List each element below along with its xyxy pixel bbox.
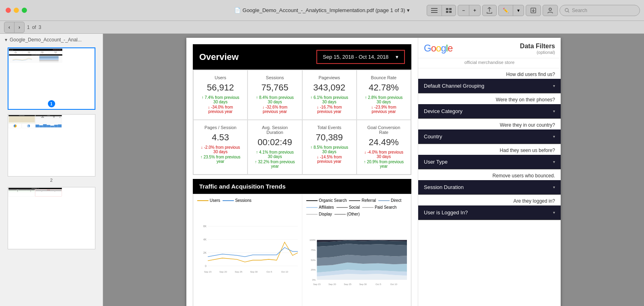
main-layout: ▾ Google_Demo_Account_-_Anal... Overview…: [0, 34, 644, 306]
legend-social: Social: [336, 205, 360, 209]
dropdown-chevron-icon[interactable]: ▾: [407, 7, 410, 13]
legend-users: Users: [197, 198, 220, 203]
close-button[interactable]: [6, 8, 11, 13]
filter-section-device: Were they on their phones? Device Catego…: [418, 94, 561, 119]
total-pages: 3: [39, 25, 41, 30]
svg-text:100%: 100%: [310, 239, 316, 241]
legend-paid-search: Paid Search: [362, 205, 396, 209]
stat-card-pageviews: Pageviews 343,092 ↑ 6.1% from previous 3…: [302, 70, 357, 120]
svg-rect-5: [446, 11, 448, 13]
stat-value-pageviews: 343,092: [309, 82, 350, 93]
area-chart-panel: Organic Search Referral Direct: [302, 194, 411, 306]
page3-thumbnail[interactable]: Custom Dimensions 1 - 10 DimensionValue …: [8, 187, 95, 249]
traffic-lights: [0, 8, 27, 13]
page1-thumbnail[interactable]: Overview Sep 15, 2018 - Oct 14, 2018 ▾ U…: [8, 47, 95, 110]
filter-dropdown-logged-in-label: User is Logged In?: [424, 209, 468, 216]
stat-card-goal-conversion: Goal Conversion Rate 24.49% ↓ -4.0% from…: [357, 120, 411, 175]
window-chrome: 📄 Google_Demo_Account_-_Analytics_Implem…: [0, 0, 644, 21]
zoom-in-button[interactable]: +: [469, 5, 480, 16]
svg-text:0%: 0%: [312, 279, 316, 281]
stat-label-bounce-rate: Bounce Rate: [363, 75, 404, 80]
chevron-down-icon: ▾: [553, 109, 555, 113]
layout-toggle-button[interactable]: [442, 5, 456, 16]
of-label: of: [32, 25, 36, 30]
maximize-button[interactable]: [22, 8, 27, 13]
minimize-button[interactable]: [14, 8, 19, 13]
svg-text:Sep 30: Sep 30: [359, 283, 367, 285]
next-page-button[interactable]: ›: [14, 22, 24, 33]
data-filters-title-block: Data Filters (optional): [520, 43, 555, 55]
legend-other: (Other): [334, 212, 360, 216]
sidebar-filename: Google_Demo_Account_-_Anal...: [10, 37, 82, 43]
svg-text:Oct 5: Oct 5: [266, 271, 272, 273]
pen-dropdown[interactable]: ▾: [513, 5, 524, 16]
stat-delta-goal-conversion: ↓ -4.0% from previous 30 days ↑ 20.9% fr…: [363, 150, 404, 168]
page2-number: 2: [3, 178, 99, 183]
prev-page-button[interactable]: ‹: [4, 22, 14, 33]
store-label: official merchandise store: [418, 58, 561, 68]
chevron-down-icon: ▾: [553, 84, 555, 88]
stat-delta-pages-session: ↓ -2.0% from previous 30 days ↑ 23.5% fr…: [200, 145, 241, 164]
filter-dropdown-logged-in[interactable]: User is Logged In? ▾: [418, 205, 561, 220]
page1-badge: 1: [48, 100, 55, 107]
stat-label-total-events: Total Events: [309, 125, 350, 130]
stat-delta-total-events: ↑ 8.5% from previous 30 days ↓ -14.5% fr…: [309, 145, 350, 164]
svg-text:Sep 25: Sep 25: [235, 271, 242, 273]
legend-direct: Direct: [378, 198, 401, 203]
person-button[interactable]: [543, 5, 558, 16]
charts-row: Users Sessions: [193, 194, 411, 306]
page2-thumb-container[interactable]: Geographic Distribution World Map Traffi…: [0, 113, 103, 185]
filter-dropdown-channel-label: Default Channel Grouping: [424, 83, 484, 89]
data-filters-subtitle: (optional): [520, 50, 555, 55]
chevron-down-icon: ▾: [553, 210, 555, 215]
svg-text:Sep 15: Sep 15: [313, 283, 321, 285]
area-chart-legend: Organic Search Referral Direct: [306, 198, 407, 216]
overview-header: Overview Sep 15, 2018 - Oct 14, 2018 ▾: [193, 44, 411, 70]
chevron-down-icon: ▾: [553, 134, 555, 139]
filter-section-user-type: Had they seen us before? User Type ▾: [418, 144, 561, 170]
google-header: Google Data Filters (optional): [418, 38, 561, 58]
filter-section-country: Were they in our country? Country ▾: [418, 119, 561, 144]
export-button[interactable]: [526, 5, 541, 16]
pen-button[interactable]: ✏️: [499, 5, 513, 16]
sidebar-header[interactable]: ▾ Google_Demo_Account_-_Anal...: [0, 34, 103, 46]
filter-dropdown-user-type[interactable]: User Type ▾: [418, 155, 561, 169]
sidebar-toggle-group: [427, 5, 456, 16]
stat-label-goal-conversion: Goal Conversion Rate: [363, 125, 404, 135]
svg-text:Oct 5: Oct 5: [376, 283, 382, 285]
svg-rect-13: [39, 60, 58, 61]
page2-thumbnail[interactable]: Geographic Distribution World Map Traffi…: [8, 114, 95, 177]
zoom-out-button[interactable]: −: [458, 5, 469, 16]
svg-text:Sep 20: Sep 20: [219, 271, 227, 273]
data-filters-title: Data Filters: [520, 43, 555, 50]
filter-section-logged-in: Are they logged in? User is Logged In? ▾: [418, 195, 561, 220]
page3-thumb-container[interactable]: Custom Dimensions 1 - 10 DimensionValue …: [0, 185, 103, 252]
page1-thumb-container[interactable]: Overview Sep 15, 2018 - Oct 14, 2018 ▾ U…: [0, 46, 103, 113]
filter-dropdown-session-duration[interactable]: Session Duration ▾: [418, 180, 561, 195]
share-button[interactable]: [482, 5, 497, 16]
page-counter: 1: [27, 25, 30, 30]
data-filters-sidebar: Google Data Filters (optional) official …: [418, 38, 561, 306]
svg-text:25%: 25%: [311, 269, 316, 271]
filter-dropdown-channel[interactable]: Default Channel Grouping ▾: [418, 79, 561, 93]
filter-dropdown-device[interactable]: Device Category ▾: [418, 104, 561, 119]
svg-point-8: [549, 8, 551, 10]
svg-text:Oct 10: Oct 10: [390, 283, 397, 285]
google-logo: Google: [424, 43, 452, 54]
pdf-content: Overview Sep 15, 2018 - Oct 14, 2018 ▾ U…: [186, 38, 561, 306]
traffic-section-header: Traffic and Acquisition Trends: [193, 179, 411, 194]
stat-delta-users: ↑ 7.4% from previous 30 days ↓ -34.0% fr…: [200, 95, 241, 114]
svg-rect-11: [39, 56, 58, 58]
filter-dropdown-user-type-label: User Type: [424, 159, 448, 165]
svg-rect-4: [449, 8, 452, 10]
search-bar[interactable]: Search: [559, 5, 640, 16]
filter-dropdown-country[interactable]: Country ▾: [418, 129, 561, 144]
stat-card-total-events: Total Events 70,389 ↑ 8.5% from previous…: [302, 120, 357, 175]
chevron-down-icon: ▾: [553, 160, 555, 164]
date-range-selector[interactable]: Sep 15, 2018 - Oct 14, 2018 ▾: [316, 50, 405, 64]
date-range-chevron-icon: ▾: [396, 54, 398, 60]
svg-rect-14: [39, 61, 58, 62]
sidebar-toggle-button[interactable]: [427, 5, 442, 16]
svg-rect-6: [449, 11, 452, 13]
stat-card-avg-session: Avg. Session Duration 00:02:49 ↑ 4.1% fr…: [248, 120, 302, 175]
